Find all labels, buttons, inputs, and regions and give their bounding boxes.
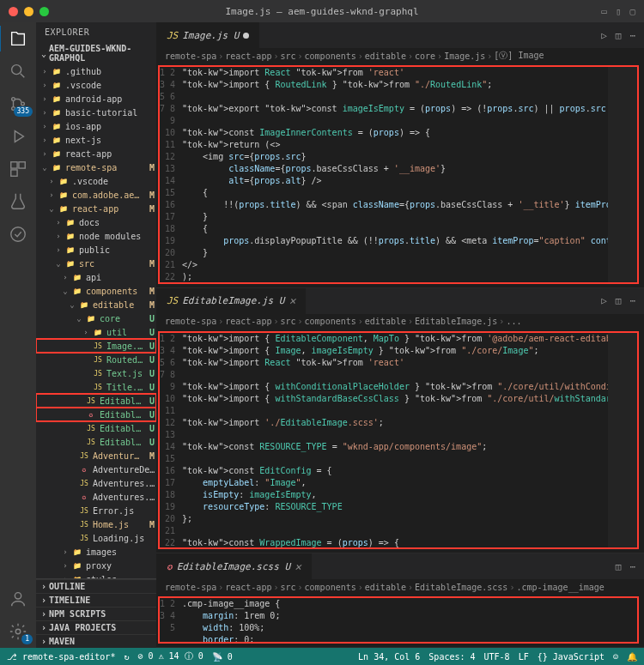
minimap[interactable]	[608, 331, 639, 550]
breadcrumb-2[interactable]: remote-spa › react-app › src › component…	[156, 314, 644, 329]
tree-folder[interactable]: ›📁react-app	[36, 147, 156, 160]
close-icon[interactable]: ×	[289, 294, 295, 307]
extensions-icon[interactable]	[9, 160, 27, 178]
breadcrumb-1[interactable]: remote-spa › react-app › src › component…	[156, 48, 644, 63]
tree-folder[interactable]: ›📁node_modules	[36, 229, 156, 243]
tree-folder[interactable]: ›📁proxy	[36, 559, 156, 572]
code[interactable]: .cmp-image__image { margin: 1rem 0; widt…	[182, 596, 639, 644]
panel-layout-icon[interactable]: ▯	[616, 6, 622, 17]
code-area-2[interactable]: 1 2 3 4 5 6 7 8 9 10 11 12 13 14 15 16 1…	[158, 331, 639, 550]
java-projects-section[interactable]: ›JAVA PROJECTS	[36, 620, 156, 634]
tree-folder[interactable]: ›📁.vscode	[36, 78, 156, 92]
problems-status[interactable]: ⊘ 0 ⚠ 14 ⓘ 0	[137, 650, 203, 662]
indent-status[interactable]: Spaces: 4	[428, 652, 475, 662]
debug-icon[interactable]	[9, 127, 27, 146]
tree-folder[interactable]: ›📁public	[36, 243, 156, 257]
tree-folder[interactable]: ⌄📁srcM	[36, 257, 156, 270]
tree-folder[interactable]: ›📁android-app	[36, 92, 156, 106]
more-icon[interactable]: ⋯	[629, 30, 635, 41]
svg-point-1	[12, 98, 15, 101]
sync-icon[interactable]: ↻	[124, 652, 129, 662]
close-icon[interactable]: ×	[295, 560, 301, 573]
gear-icon[interactable]: 1	[9, 622, 27, 641]
tree-file[interactable]: JSError.js	[36, 504, 156, 517]
breadcrumb-3[interactable]: remote-spa › react-app › src › component…	[156, 579, 644, 595]
tree-file[interactable]: JSHome.jsM	[36, 517, 156, 531]
tree-file[interactable]: ✪AdventureDetail.scss	[36, 462, 156, 476]
npm-scripts-section[interactable]: ›NPM SCRIPTS	[36, 607, 156, 620]
source-control-icon[interactable]: 335	[9, 94, 27, 113]
tree-file[interactable]: JSLoading.js	[36, 531, 156, 545]
maven-section[interactable]: ›MAVEN	[36, 634, 156, 648]
more-icon[interactable]: ⋯	[629, 561, 635, 572]
feedback-icon[interactable]: ☺	[613, 652, 618, 662]
tree-file[interactable]: ✪Adventures.scss	[36, 490, 156, 504]
tree-folder[interactable]: ›📁docs	[36, 215, 156, 229]
split-icon[interactable]: ◫	[616, 561, 622, 572]
panel-layout-icon[interactable]: ▭	[601, 6, 607, 17]
tree-folder[interactable]: ›📁com.adobe.aem.guides.wkn…M	[36, 188, 156, 202]
panel-layout-icon[interactable]: ▢	[629, 6, 635, 17]
tree-file[interactable]: ✪EditableImage.scssU	[36, 408, 156, 421]
branch-status[interactable]: ⎇ remote-spa-editor*	[7, 652, 115, 662]
tree-file[interactable]: JSAdventureDetail.jsM	[36, 449, 156, 462]
code-area-3[interactable]: 1 2 3 4 5 .cmp-image__image { margin: 1r…	[158, 596, 639, 644]
run-icon[interactable]: ▷	[601, 30, 607, 41]
language-status[interactable]: {} JavaScript	[538, 652, 605, 662]
tree-folder[interactable]: ›📁basic-tutorial	[36, 106, 156, 119]
tree-folder[interactable]: ›📁styles	[36, 572, 156, 578]
account-icon[interactable]	[9, 589, 27, 608]
tree-file[interactable]: JSEditableText.jsU	[36, 421, 156, 435]
tree-file[interactable]: JSImage.jsU	[36, 339, 156, 353]
close-window-icon[interactable]	[9, 7, 18, 16]
run-icon[interactable]: ▷	[601, 295, 607, 306]
tree-folder[interactable]: ›📁.vscode	[36, 174, 156, 188]
tree-folder[interactable]: ›📁api	[36, 270, 156, 284]
editor-area: JS Image.js U ▷ ◫ ⋯ remote-spa › react-a…	[156, 22, 644, 648]
dirty-indicator-icon	[243, 33, 249, 39]
tree-folder[interactable]: ⌄📁coreU	[36, 311, 156, 325]
tree-file[interactable]: JSEditableTitle.jsU	[36, 435, 156, 449]
minimize-window-icon[interactable]	[24, 7, 33, 16]
tab-image-js[interactable]: JS Image.js U	[156, 22, 260, 48]
search-icon[interactable]	[9, 62, 27, 81]
tree-file[interactable]: JSRoutedLink.jsU	[36, 353, 156, 366]
tab-editableimage-js[interactable]: JS EditableImage.js U ×	[156, 288, 307, 314]
split-icon[interactable]: ◫	[616, 295, 622, 306]
tree-folder[interactable]: ⌄📁componentsM	[36, 284, 156, 298]
split-icon[interactable]: ◫	[616, 30, 622, 41]
port-status[interactable]: 📡 0	[212, 652, 233, 662]
minimap[interactable]	[608, 65, 639, 284]
explorer-icon[interactable]	[9, 29, 27, 48]
timeline-section[interactable]: ›TIMELINE	[36, 593, 156, 607]
testing-icon[interactable]	[9, 192, 27, 211]
tree-file[interactable]: JSText.jsU	[36, 366, 156, 380]
window-controls	[9, 7, 49, 16]
cursor-position[interactable]: Ln 34, Col 6	[358, 652, 420, 662]
tree-folder[interactable]: ⌄📁remote-spaM	[36, 160, 156, 174]
tree-file[interactable]: JSAdventures.js	[36, 476, 156, 490]
tree-folder[interactable]: ›📁images	[36, 545, 156, 559]
tree-folder[interactable]: ›📁.github	[36, 64, 156, 78]
outline-section[interactable]: ›OUTLINE	[36, 579, 156, 593]
tree-file[interactable]: JSEditableImage.jsU	[36, 394, 156, 408]
project-title[interactable]: ⌄AEM-GUIDES-WKND-GRAPHQL	[36, 42, 156, 64]
tab-editableimage-scss[interactable]: ✪ EditableImage.scss U ×	[156, 553, 313, 579]
tree-folder[interactable]: ›📁ios-app	[36, 119, 156, 133]
maximize-window-icon[interactable]	[39, 7, 49, 16]
remote-icon[interactable]	[9, 225, 27, 244]
tree-folder[interactable]: ›📁next-js	[36, 133, 156, 147]
encoding-status[interactable]: UTF-8	[484, 652, 510, 662]
eol-status[interactable]: LF	[519, 652, 529, 662]
scm-badge: 335	[14, 106, 33, 117]
code[interactable]: "tok-kw">import { EditableComponent, Map…	[182, 331, 608, 550]
bell-icon[interactable]: 🔔	[627, 652, 637, 662]
tree-file[interactable]: JSTitle.jsU	[36, 380, 156, 394]
tree-folder[interactable]: ⌄📁editableM	[36, 298, 156, 311]
tree-folder[interactable]: ⌄📁react-appM	[36, 202, 156, 215]
code[interactable]: "tok-kw">import React "tok-kw">from 'rea…	[182, 65, 608, 284]
main-area: 335 1 EXPLORER ⌄AEM-GUIDES-WKND-GRAPHQ	[0, 22, 644, 648]
tree-folder[interactable]: ›📁utilU	[36, 325, 156, 339]
more-icon[interactable]: ⋯	[629, 295, 635, 306]
code-area-1[interactable]: 1 2 3 4 5 6 7 8 9 10 11 12 13 14 15 16 1…	[158, 65, 639, 284]
